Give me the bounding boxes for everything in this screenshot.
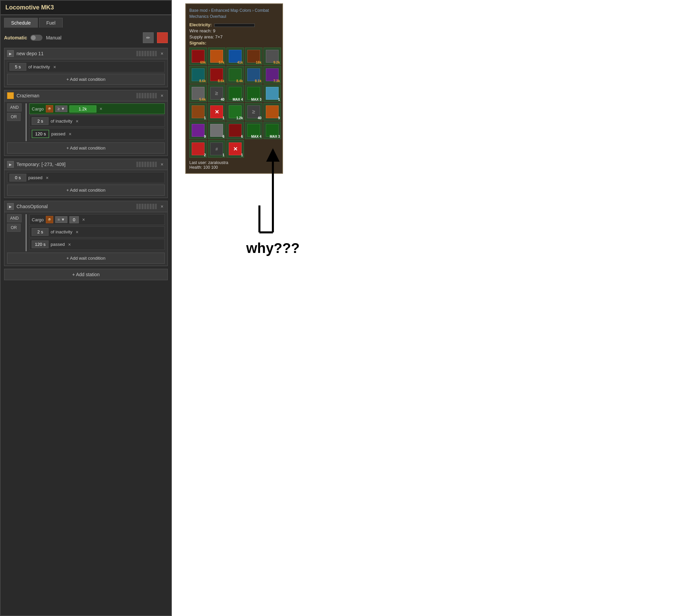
cond-label-2-3: passed	[51, 131, 65, 136]
close-station-4[interactable]: ×	[159, 204, 165, 209]
station-name-3: Temporary: [-273, -409]	[17, 162, 134, 167]
station-block-2: Crazieman × AND OR Cargo 📦	[4, 90, 168, 156]
window-title: Locomotive MK3	[1, 1, 171, 15]
close-cond-3-1[interactable]: ×	[44, 175, 50, 180]
signal-count-21: 9	[204, 135, 206, 138]
signal-cell-21: 9	[189, 122, 207, 139]
add-station-button[interactable]: + Add station	[4, 269, 168, 280]
signal-count-12: 40	[221, 98, 224, 102]
close-cond-2-2[interactable]: ×	[74, 118, 80, 124]
add-wait-btn-1[interactable]: + Add wait condition	[7, 74, 165, 85]
or-button-2[interactable]: OR	[7, 113, 21, 121]
cond-time-4-2[interactable]: 2 s	[32, 228, 48, 236]
close-cond-2-3[interactable]: ×	[67, 131, 73, 137]
cond-time-4-3[interactable]: 120 s	[32, 240, 48, 248]
signal-cell-5: 9.2k	[263, 47, 281, 65]
signal-icon-20	[266, 105, 279, 118]
station-block-1: ▶ new depo 11 × 5 s of inactivity × + Ad…	[4, 48, 168, 87]
cond-value-4-1[interactable]: 0	[69, 216, 79, 223]
signal-cell-18: 1.2k	[226, 103, 244, 120]
station-name-1: new depo 11	[17, 51, 134, 56]
station-name-2: Crazieman	[17, 93, 134, 98]
signal-cell-11: 5.6k	[189, 85, 207, 102]
or-button-4[interactable]: OR	[7, 224, 21, 232]
condition-row-2-2: 2 s of inactivity ×	[29, 115, 165, 127]
signal-count-4: 18k	[256, 61, 261, 64]
signal-cell-8: 8.4k	[226, 66, 244, 84]
station-scroll-2	[136, 93, 157, 98]
tab-schedule[interactable]: Schedule	[4, 18, 38, 28]
conditions-area-4: AND OR Cargo 📦 = ▼ 0 ×	[4, 212, 168, 266]
signal-count-26: 2	[204, 153, 206, 157]
red-button[interactable]	[157, 32, 168, 43]
signal-count-15: 1	[278, 98, 280, 102]
yellow-icon-2[interactable]	[7, 92, 14, 99]
signal-count-2: 57k	[219, 61, 224, 64]
close-cond-4-1[interactable]: ×	[81, 217, 86, 222]
locomotive-panel: Locomotive MK3 Schedule Fuel Automatic M…	[0, 0, 172, 616]
why-text: why???	[239, 240, 307, 256]
signal-cell-1: 69k	[189, 47, 207, 65]
close-station-1[interactable]: ×	[159, 51, 165, 56]
close-station-2[interactable]: ×	[159, 93, 165, 98]
close-cond-4-2[interactable]: ×	[74, 229, 80, 235]
cond-time-2-2[interactable]: 2 s	[32, 117, 48, 125]
bracket-conditions-4: Cargo 📦 = ▼ 0 × 2 s of inactivity ×	[29, 214, 165, 251]
station-scroll-4	[136, 204, 157, 209]
signal-count-1: 69k	[200, 61, 206, 64]
signal-cell-23: 6	[226, 122, 244, 139]
cond-time-1-1[interactable]: 5 s	[9, 63, 26, 71]
condition-row-4-1: Cargo 📦 = ▼ 0 ×	[29, 214, 165, 225]
play-button-3[interactable]: ▶	[7, 161, 14, 168]
close-cond-4-3[interactable]: ×	[67, 242, 72, 247]
conditions-area-2: AND OR Cargo 📦 ≥ ▼ 1.2k ×	[4, 102, 168, 156]
auto-manual-toggle[interactable]	[30, 35, 42, 41]
signal-cell-22: 6	[208, 122, 225, 139]
signal-cell-27: # 1	[208, 140, 225, 158]
signal-count-3: 41k	[237, 61, 243, 64]
arrow-svg	[239, 145, 307, 246]
signal-cell-12: ≥ 40	[208, 85, 225, 102]
bracket-left-4	[26, 214, 27, 251]
operator-btn-2-1[interactable]: ≥ ▼	[55, 105, 67, 112]
cond-label-1-1: of inactivity	[28, 64, 50, 69]
cond-time-3-1[interactable]: 0 s	[9, 174, 26, 181]
panel-body: Automatic Manual ✏ ▶ new depo 11 × 5 s o…	[1, 28, 171, 284]
automatic-label: Automatic	[4, 35, 27, 40]
signal-count-5: 9.2k	[274, 61, 280, 64]
add-wait-btn-4[interactable]: + Add wait condition	[7, 252, 165, 264]
play-button-4[interactable]: ▶	[7, 203, 14, 210]
close-station-3[interactable]: ×	[159, 162, 165, 167]
signal-count-17: 1	[222, 116, 224, 120]
annotation-container: why???	[239, 145, 307, 256]
operator-btn-4-1[interactable]: = ▼	[55, 216, 67, 223]
signal-count-20: 9	[278, 116, 280, 120]
cond-time-2-3[interactable]: 120 s	[32, 130, 49, 138]
electricity-row: Electricity:	[189, 22, 279, 27]
manual-label: Manual	[46, 35, 61, 40]
and-button-2[interactable]: AND	[7, 103, 22, 111]
cond-value-2-1[interactable]: 1.2k	[69, 105, 96, 112]
signal-cell-10: 7.3k	[263, 66, 281, 84]
supply-area-row: Supply area: 7×7	[189, 34, 279, 39]
signal-icon-17: ✕	[210, 105, 223, 118]
signals-label: Signals:	[189, 40, 279, 45]
tab-fuel[interactable]: Fuel	[39, 18, 62, 28]
signal-count-9: 8.1k	[255, 79, 261, 83]
add-wait-btn-3[interactable]: + Add wait condition	[7, 184, 165, 196]
close-cond-1-1[interactable]: ×	[52, 64, 57, 70]
add-wait-btn-2[interactable]: + Add wait condition	[7, 142, 165, 154]
signal-cell-24: MAX 4	[245, 122, 262, 139]
electricity-bar	[214, 24, 255, 27]
signal-count-13: MAX 4	[233, 98, 243, 102]
signal-count-23: 6	[241, 135, 243, 138]
condition-row-3-1: 0 s passed ×	[7, 172, 165, 183]
signal-cell-4: 18k	[245, 47, 262, 65]
condition-row-2-1: Cargo 📦 ≥ ▼ 1.2k ×	[29, 103, 165, 114]
tooltip-breadcrumb: Base mod › Enhanced Map Colors › Combat …	[189, 7, 279, 20]
and-button-4[interactable]: AND	[7, 214, 22, 222]
pencil-button[interactable]: ✏	[143, 32, 154, 43]
play-button-1[interactable]: ▶	[7, 50, 14, 57]
cargo-icon-2-1: 📦	[46, 105, 53, 112]
close-cond-2-1[interactable]: ×	[99, 106, 104, 111]
